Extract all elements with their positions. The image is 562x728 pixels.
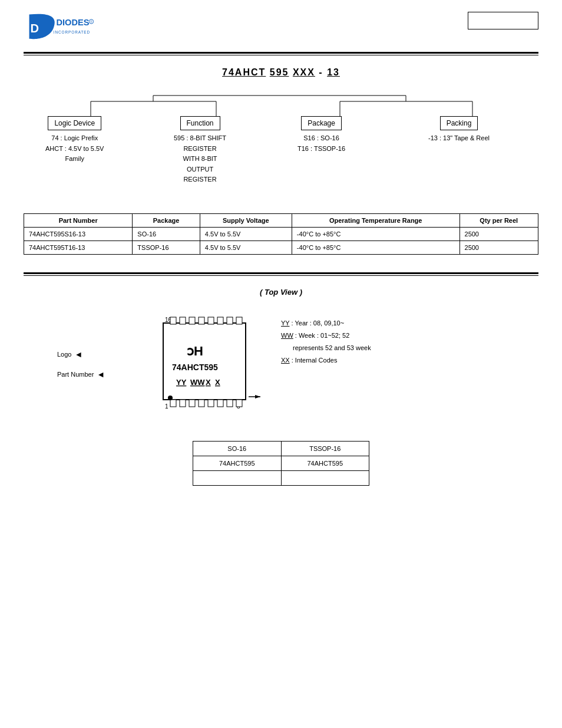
package-box: Package	[301, 116, 342, 130]
svg-point-35	[168, 396, 173, 400]
svg-rect-23	[208, 317, 214, 324]
logic-device-desc: 74 : Logic PrefixAHCT : 4.5V to 5.5VFami…	[45, 133, 104, 164]
svg-rect-25	[227, 317, 233, 324]
ordering-table: Part Number Package Supply Voltage Opera…	[24, 213, 538, 255]
ww-desc: represents 52 and 53 week	[281, 342, 371, 354]
cell-supply-2: 4.5V to 5.5V	[200, 241, 292, 255]
svg-rect-21	[189, 317, 195, 324]
svg-text:INCORPORATED: INCORPORATED	[54, 30, 90, 34]
ic-chip-svg: 16 9 1 8	[146, 311, 263, 411]
svg-rect-34	[236, 400, 242, 407]
pn-part3: 595	[270, 67, 289, 77]
package-group: Package S16 : SO-16T16 : TSSOP-16	[297, 116, 345, 154]
header-box	[468, 12, 538, 29]
table-header-supply: Supply Voltage	[200, 214, 292, 228]
cell-temp-1: -40°C to +85°C	[292, 228, 459, 241]
svg-text:WW: WW	[190, 378, 205, 387]
svg-rect-14	[163, 323, 246, 400]
top-view-label: ( Top View )	[24, 288, 538, 297]
svg-text:X: X	[215, 378, 220, 387]
svg-text:ↄH: ↄH	[187, 344, 203, 358]
diodes-logo: D DIODES INCORPORATED ®	[24, 12, 94, 44]
svg-rect-28	[180, 400, 186, 407]
svg-rect-32	[217, 400, 223, 407]
header: D DIODES INCORPORATED ®	[24, 12, 538, 46]
table-header-pkg: Package	[133, 214, 200, 228]
logo-container: D DIODES INCORPORATED ®	[24, 12, 100, 46]
marking-table-row: 74AHCT595 74AHCT595	[193, 456, 369, 471]
marking-cell-pn-so: 74AHCT595	[193, 456, 282, 471]
table-header-pn: Part Number	[24, 214, 133, 228]
marking-section: ( Top View ) Logo ◄ Part Number ◄ 1	[24, 288, 538, 486]
logo-label-group: Logo ◄	[57, 350, 105, 359]
marking-table: SO-16 TSSOP-16 74AHCT595 74AHCT595	[193, 441, 369, 486]
cell-pn-1: 74AHCT595S16-13	[24, 228, 133, 241]
packing-box: Packing	[440, 116, 478, 130]
part-number-display: 74AHCT 595 XXX - 13	[24, 67, 538, 78]
marking-table-row	[193, 471, 369, 486]
svg-text:74AHCT595: 74AHCT595	[172, 363, 218, 372]
svg-rect-27	[170, 400, 176, 407]
function-box: Function	[180, 116, 220, 130]
table-row: 74AHCT595S16-13 SO-16 4.5V to 5.5V -40°C…	[24, 228, 538, 241]
svg-text:D: D	[30, 22, 39, 35]
packing-desc: -13 : 13" Tape & Reel	[428, 133, 490, 144]
ww-label: WW : Week : 01~52; 52	[281, 330, 371, 342]
cell-supply-1: 4.5V to 5.5V	[200, 228, 292, 241]
cell-temp-2: -40°C to +85°C	[292, 241, 459, 255]
packing-group: Packing -13 : 13" Tape & Reel	[428, 116, 490, 144]
logo-label-text: Logo	[57, 351, 71, 358]
svg-text:YY: YY	[176, 378, 187, 387]
marking-cell-empty2	[281, 471, 369, 486]
table-header-temp: Operating Temperature Range	[292, 214, 459, 228]
xx-label: XX : Internal Codes	[281, 354, 371, 367]
marking-cell-tssop16: TSSOP-16	[281, 442, 369, 456]
svg-rect-24	[217, 317, 223, 324]
svg-rect-31	[208, 400, 214, 407]
function-desc: 595 : 8-BIT SHIFTREGISTERWITH 8-BITOUTPU…	[174, 133, 226, 185]
pn-part4: XXX	[293, 67, 315, 77]
cell-qty-1: 2500	[459, 228, 538, 241]
pn-part5: 13	[327, 67, 340, 77]
svg-text:X: X	[206, 378, 211, 387]
divider-thick-2	[24, 272, 538, 274]
marking-cell-so16: SO-16	[193, 442, 282, 456]
right-labels: YY : Year : 08, 09,10~ WW : Week : 01~52…	[281, 317, 371, 367]
partnumber-arrow: ◄	[97, 370, 105, 379]
partnumber-label-group: Part Number ◄	[57, 370, 105, 379]
partnumber-label-text: Part Number	[57, 371, 94, 378]
svg-text:1: 1	[165, 403, 168, 410]
ordering-section: 74AHCT 595 XXX - 13	[24, 67, 538, 255]
svg-rect-20	[180, 317, 186, 324]
logic-device-group: Logic Device 74 : Logic PrefixAHCT : 4.5…	[45, 116, 104, 164]
marking-table-row: SO-16 TSSOP-16	[193, 442, 369, 456]
logo-arrow: ◄	[74, 350, 82, 359]
svg-rect-29	[189, 400, 195, 407]
cell-qty-2: 2500	[459, 241, 538, 255]
cell-pn-2: 74AHCT595T16-13	[24, 241, 133, 255]
svg-rect-22	[199, 317, 204, 324]
marking-cell-pn-tssop: 74AHCT595	[281, 456, 369, 471]
logic-device-box: Logic Device	[48, 116, 101, 130]
svg-rect-30	[199, 400, 204, 407]
svg-rect-19	[170, 317, 176, 324]
cell-pkg-1: SO-16	[133, 228, 200, 241]
package-desc: S16 : SO-16T16 : TSSOP-16	[297, 133, 345, 154]
pn-part1: 74	[222, 67, 235, 77]
chip-diagram-area: Logo ◄ Part Number ◄ 16 9 1 8	[28, 299, 534, 429]
divider-thin-2	[24, 275, 538, 276]
marking-cell-empty1	[193, 471, 282, 486]
pn-part2: AHCT	[235, 67, 266, 77]
divider-thick-1	[24, 52, 538, 54]
divider-thin-1	[24, 55, 538, 55]
left-labels: Logo ◄ Part Number ◄	[57, 350, 105, 379]
cell-pkg-2: TSSOP-16	[133, 241, 200, 255]
svg-text:DIODES: DIODES	[56, 18, 89, 27]
table-row: 74AHCT595T16-13 TSSOP-16 4.5V to 5.5V -4…	[24, 241, 538, 255]
page: D DIODES INCORPORATED ® 74AHCT 595 XXX -…	[0, 0, 562, 728]
svg-rect-26	[236, 317, 242, 324]
table-header-qty: Qty per Reel	[459, 214, 538, 228]
function-group: Function 595 : 8-BIT SHIFTREGISTERWITH 8…	[174, 116, 226, 185]
yy-label: YY : Year : 08, 09,10~	[281, 317, 371, 330]
svg-rect-33	[227, 400, 233, 407]
